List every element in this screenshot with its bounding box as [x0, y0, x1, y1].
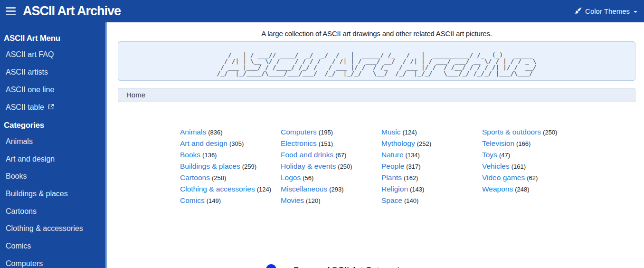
sidebar-item-clothing-accessories[interactable]: Clothing & accessories	[6, 225, 83, 232]
ascii-banner: ___ _____ ______________ ___ __ ___ __ _…	[118, 41, 635, 81]
main-content: A large collection of ASCII art drawings…	[107, 22, 644, 268]
category-count: (67)	[335, 152, 346, 159]
category-label: Electronics	[281, 139, 317, 147]
category-link-space[interactable]: Space(140)	[381, 195, 482, 206]
category-count: (250)	[338, 163, 352, 170]
app-title[interactable]: ASCII Art Archive	[23, 4, 121, 19]
category-count: (140)	[404, 197, 418, 204]
category-link-food-and-drinks[interactable]: Food and drinks(67)	[281, 149, 381, 161]
category-count: (124)	[257, 186, 271, 193]
category-label: Holiday & events	[281, 162, 336, 170]
sidebar-item-books[interactable]: Books	[6, 172, 27, 180]
list-item: ASCII artists	[6, 68, 105, 76]
ascii-banner-art: ___ _____ ______________ ___ __ ___ __ _…	[217, 46, 536, 77]
category-link-sports-outdoors[interactable]: Sports & outdoors(250)	[482, 126, 583, 138]
category-link-buildings-places[interactable]: Buildings & places(259)	[180, 161, 281, 172]
list-item: Cartoons	[6, 208, 105, 215]
list-item: Animals	[6, 138, 105, 145]
category-label: Music	[381, 128, 400, 136]
list-item: ASCII one line	[6, 86, 105, 94]
sidebar-item-animals[interactable]: Animals	[6, 138, 33, 145]
category-column-4: Sports & outdoors(250) Television(166) T…	[482, 126, 583, 206]
category-label: Nature	[381, 151, 404, 159]
sidebar-item-ascii-one-line[interactable]: ASCII one line	[6, 86, 54, 94]
category-label: Television	[482, 139, 514, 147]
category-link-vehicles[interactable]: Vehicles(161)	[482, 161, 583, 172]
sidebar-menu-list: ASCII art FAQ ASCII artists ASCII one li…	[6, 51, 105, 111]
category-link-toys[interactable]: Toys(47)	[482, 149, 583, 161]
sidebar-item-cartoons[interactable]: Cartoons	[6, 208, 37, 215]
category-label: Toys	[482, 151, 497, 159]
list-item: Clothing & accessories	[6, 225, 105, 232]
category-count: (56)	[303, 174, 313, 182]
category-link-cartoons[interactable]: Cartoons(258)	[180, 172, 281, 183]
category-link-people[interactable]: People(317)	[381, 161, 482, 172]
category-label: Video games	[482, 173, 525, 182]
category-label: Weapons	[482, 185, 513, 193]
sidebar-item-comics[interactable]: Comics	[6, 242, 31, 250]
category-link-logos[interactable]: Logos(56)	[281, 172, 381, 183]
category-count: (143)	[410, 186, 424, 193]
category-count: (161)	[511, 163, 526, 170]
category-label: Religion	[381, 185, 408, 193]
category-count: (149)	[207, 197, 221, 204]
category-link-books[interactable]: Books(136)	[180, 149, 281, 161]
category-label: Sports & outdoors	[482, 128, 541, 136]
section-teaser-label: Browse ASCII Art Categories	[294, 264, 409, 268]
category-label: People	[381, 162, 404, 170]
category-count: (259)	[242, 163, 256, 170]
category-count: (258)	[212, 174, 226, 182]
sidebar-item-ascii-artists[interactable]: ASCII artists	[6, 68, 48, 76]
list-item: ASCII table	[6, 104, 105, 111]
category-link-video-games[interactable]: Video games(62)	[482, 172, 583, 183]
category-label: Vehicles	[482, 162, 510, 170]
category-count: (305)	[229, 140, 244, 147]
category-label: Cartoons	[180, 173, 210, 182]
category-link-television[interactable]: Television(166)	[482, 138, 583, 149]
category-count: (162)	[404, 174, 418, 182]
sidebar-item-ascii-art-faq[interactable]: ASCII art FAQ	[6, 51, 54, 58]
category-label: Buildings & places	[180, 162, 240, 170]
sidebar-item-art-and-design[interactable]: Art and design	[6, 155, 55, 163]
category-count: (195)	[319, 129, 333, 136]
category-column-3: Music(124) Mythology(252) Nature(134) Pe…	[381, 126, 482, 206]
breadcrumb-home: Home	[126, 91, 145, 99]
category-link-religion[interactable]: Religion(143)	[381, 183, 482, 195]
category-link-weapons[interactable]: Weapons(248)	[482, 183, 583, 195]
category-count: (47)	[499, 152, 510, 159]
category-count: (62)	[527, 174, 538, 182]
caret-down-icon	[634, 11, 637, 13]
category-link-computers[interactable]: Computers(195)	[281, 126, 381, 138]
sidebar-item-label: ASCII table	[6, 104, 44, 111]
breadcrumb: Home	[118, 88, 635, 102]
category-link-miscellaneous[interactable]: Miscellaneous(293)	[281, 183, 381, 195]
list-item: ASCII art FAQ	[6, 51, 105, 58]
category-link-clothing-accessories[interactable]: Clothing & accessories(124)	[180, 183, 281, 195]
category-label: Clothing & accessories	[180, 185, 255, 193]
category-link-nature[interactable]: Nature(134)	[381, 149, 482, 161]
category-count: (120)	[306, 197, 320, 204]
category-count: (124)	[402, 129, 417, 136]
blue-dot-icon	[266, 264, 276, 268]
category-link-plants[interactable]: Plants(162)	[381, 172, 482, 183]
list-item: Books	[6, 172, 105, 180]
category-link-holiday-events[interactable]: Holiday & events(250)	[281, 161, 381, 172]
category-link-electronics[interactable]: Electronics(151)	[281, 138, 381, 149]
menu-toggle-button[interactable]	[4, 3, 18, 19]
sidebar: ASCII Art Menu ASCII art FAQ ASCII artis…	[0, 22, 107, 268]
category-link-art-and-design[interactable]: Art and design(305)	[180, 138, 281, 149]
category-link-music[interactable]: Music(124)	[381, 126, 482, 138]
sidebar-item-computers[interactable]: Computers	[6, 260, 43, 268]
category-link-movies[interactable]: Movies(120)	[281, 195, 381, 206]
color-themes-label: Color Themes	[585, 7, 630, 15]
category-label: Books	[180, 151, 200, 159]
category-count: (252)	[417, 140, 431, 147]
category-link-comics[interactable]: Comics(149)	[180, 195, 281, 206]
sidebar-item-buildings-places[interactable]: Buildings & places	[6, 190, 68, 198]
color-themes-dropdown[interactable]: Color Themes	[574, 0, 637, 22]
sidebar-item-ascii-table[interactable]: ASCII table	[6, 104, 54, 111]
category-label: Movies	[281, 196, 304, 204]
category-link-animals[interactable]: Animals(836)	[180, 126, 281, 138]
category-label: Food and drinks	[281, 151, 333, 159]
category-link-mythology[interactable]: Mythology(252)	[381, 138, 482, 149]
